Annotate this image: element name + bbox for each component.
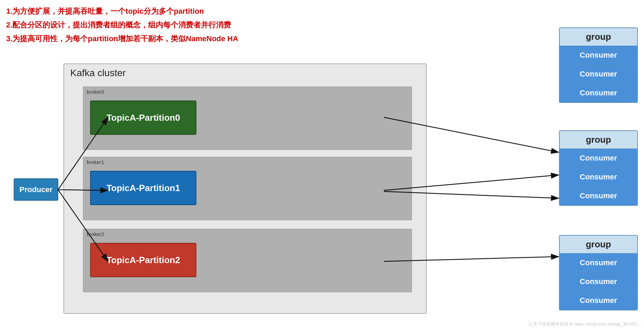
broker1-label: broker1 [87, 159, 104, 165]
consumer-group-1: group Consumer Consumer Consumer [559, 27, 638, 103]
note-line-1: 1.为方便扩展，并提高吞吐量，一个topic分为多个partition [6, 6, 238, 16]
note-line-2: 2.配合分区的设计，提出消费者组的概念，组内每个消费者并行消费 [6, 20, 238, 30]
note-line-3: 3.为提高可用性，为每个partition增加若干副本，类似NameNode H… [6, 34, 238, 44]
group2-header: group [560, 131, 637, 149]
partition2-label: TopicA-Partition2 [107, 255, 180, 266]
group3-header: group [560, 236, 637, 254]
notes-section: 1.为方便扩展，并提高吞吐量，一个topic分为多个partition 2.配合… [6, 6, 238, 44]
group3-consumer-2: Consumer [560, 272, 637, 291]
kafka-cluster-label: Kafka cluster [70, 68, 126, 79]
broker2-box: broker2 TopicA-Partition2 [83, 229, 412, 292]
group2-consumer-3: Consumer [560, 187, 637, 205]
group1-header: group [560, 28, 637, 46]
partition0-label: TopicA-Partition0 [107, 113, 180, 123]
partition1-box: TopicA-Partition1 [90, 171, 196, 205]
group1-consumer-1: Consumer [560, 46, 637, 65]
broker1-box: broker1 TopicA-Partition1 [83, 157, 412, 220]
broker2-label: broker2 [87, 231, 104, 237]
group1-consumer-2: Consumer [560, 65, 637, 84]
consumer-group-3: group Consumer Consumer Consumer [559, 235, 638, 310]
broker0-box: broker0 TopicA-Partition0 [83, 86, 412, 150]
producer-label: Producer [20, 185, 53, 194]
group2-consumer-1: Consumer [560, 149, 637, 168]
group1-consumer-3: Consumer [560, 84, 637, 102]
partition0-box: TopicA-Partition0 [90, 101, 196, 135]
kafka-cluster-box: Kafka cluster broker0 TopicA-Partition0 … [63, 63, 427, 314]
group3-consumer-3: Consumer [560, 291, 637, 310]
group3-consumer-1: Consumer [560, 254, 637, 272]
group2-consumer-2: Consumer [560, 168, 637, 187]
producer-box: Producer [14, 178, 58, 201]
watermark: 让天下没有难学的技术 https://blog.csdn.net/qq_3870… [528, 321, 641, 327]
partition2-box: TopicA-Partition2 [90, 243, 196, 277]
partition1-label: TopicA-Partition1 [107, 183, 180, 193]
consumer-group-2: group Consumer Consumer Consumer [559, 130, 638, 206]
broker0-label: broker0 [87, 89, 104, 95]
